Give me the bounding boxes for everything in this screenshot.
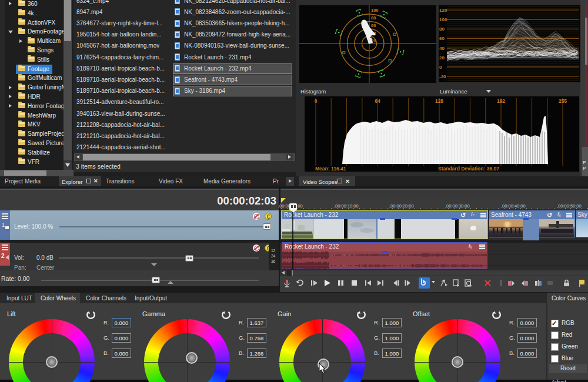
svg-text:60: 60: [371, 23, 376, 28]
svg-text:40: 40: [439, 46, 445, 51]
svg-text:-20: -20: [439, 74, 446, 79]
svg-text:20: 20: [439, 55, 445, 61]
svg-text:255: 255: [559, 98, 567, 104]
svg-text:192: 192: [497, 98, 505, 104]
svg-text:64: 64: [375, 98, 380, 104]
svg-text:80: 80: [439, 26, 445, 32]
svg-text:100: 100: [439, 17, 447, 22]
svg-text:60: 60: [439, 36, 445, 41]
svg-text:0: 0: [439, 65, 442, 70]
svg-text:Standard Deviation: 36.07: Standard Deviation: 36.07: [438, 166, 499, 172]
svg-text:Mean: 116.41: Mean: 116.41: [315, 166, 346, 172]
svg-text:120: 120: [439, 8, 447, 13]
svg-text:0: 0: [315, 98, 318, 104]
svg-text:128: 128: [435, 98, 443, 104]
svg-text:80: 80: [371, 15, 376, 21]
svg-text:100: 100: [371, 8, 379, 13]
